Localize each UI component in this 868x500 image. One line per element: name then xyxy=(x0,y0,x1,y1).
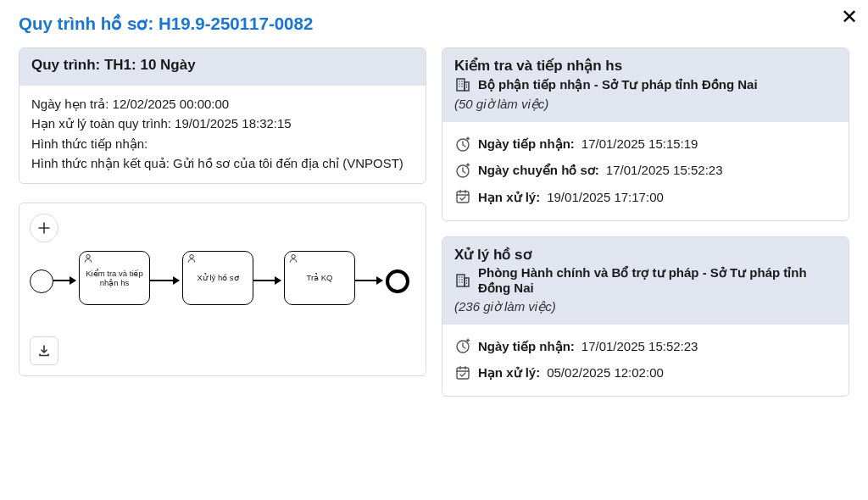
receipt-method-row: Hình thức tiếp nhận: xyxy=(31,134,414,153)
case-number: H19.9-250117-0082 xyxy=(159,14,313,33)
info-value: 17/01/2025 15:15:19 xyxy=(581,134,698,153)
deadline-row: Hạn xử lý toàn quy trình: 19/01/2025 18:… xyxy=(31,114,414,133)
user-icon xyxy=(186,253,197,264)
info-label: Hạn xử lý: xyxy=(478,363,540,382)
clock-plus-icon xyxy=(454,162,471,179)
info-label: Ngày tiếp nhận: xyxy=(478,336,575,356)
bpmn-arrow xyxy=(355,280,382,281)
step-header: Xử lý hồ sơPhòng Hành chính và Bổ trợ tư… xyxy=(442,237,849,325)
bpmn-task-label: Kiểm tra và tiếp nhận hs xyxy=(83,269,146,288)
info-label: Ngày tiếp nhận: xyxy=(478,134,575,153)
return-date-row: Ngày hẹn trả: 12/02/2025 00:00:00 xyxy=(31,94,414,114)
step-info-row: Hạn xử lý: 19/01/2025 17:17:00 xyxy=(454,184,837,210)
svg-rect-3 xyxy=(457,79,465,91)
step-hours: (236 giờ làm việc) xyxy=(454,299,837,314)
step-title: Xử lý hồ sơ xyxy=(454,246,837,264)
bpmn-start-event xyxy=(30,269,53,293)
svg-rect-11 xyxy=(457,368,469,379)
building-icon xyxy=(454,272,471,289)
user-icon xyxy=(288,253,298,264)
bpmn-end-event xyxy=(386,269,409,293)
calendar-check-icon xyxy=(454,364,471,381)
bpmn-task-3: Trả KQ xyxy=(284,251,355,305)
svg-rect-4 xyxy=(465,82,469,91)
svg-point-1 xyxy=(190,255,194,259)
user-icon xyxy=(83,253,93,264)
step-hours: (50 giờ làm việc) xyxy=(454,97,837,112)
bpmn-arrow xyxy=(150,280,179,281)
download-icon xyxy=(37,344,51,358)
info-label: Hạn xử lý: xyxy=(478,187,540,207)
info-value: 17/01/2025 15:52:23 xyxy=(581,336,698,356)
clock-plus-icon xyxy=(454,337,471,354)
svg-point-2 xyxy=(292,255,296,259)
dialog-container: Quy trình hồ sơ: H19.9-250117-0082 Quy t… xyxy=(0,0,868,410)
svg-point-0 xyxy=(86,255,91,259)
step-info-row: Ngày tiếp nhận: 17/01/2025 15:52:23 xyxy=(454,333,837,359)
steps-list: Kiểm tra và tiếp nhận hsBộ phận tiếp nhậ… xyxy=(442,47,849,397)
clock-plus-icon xyxy=(454,136,471,153)
step-title: Kiểm tra và tiếp nhận hs xyxy=(454,57,837,75)
info-value: 19/01/2025 17:17:00 xyxy=(547,187,664,207)
bpmn-arrow xyxy=(253,280,281,281)
result-method-row: Hình thức nhận kết quả: Gửi hồ sơ của tô… xyxy=(31,153,414,173)
bpmn-diagram: Kiểm tra và tiếp nhận hs Xử lý hồ sơ Trả… xyxy=(30,251,415,319)
bpmn-task-2: Xử lý hồ sơ xyxy=(182,251,253,305)
svg-rect-8 xyxy=(457,275,465,286)
step-body: Ngày tiếp nhận: 17/01/2025 15:52:23Hạn x… xyxy=(442,325,849,397)
info-value: 17/01/2025 15:52:23 xyxy=(606,160,723,180)
step-body: Ngày tiếp nhận: 17/01/2025 15:15:19Ngày … xyxy=(442,122,849,220)
download-button[interactable] xyxy=(30,336,58,365)
step-department: Bộ phận tiếp nhận - Sở Tư pháp tỉnh Đồng… xyxy=(454,76,837,93)
building-icon xyxy=(454,76,471,93)
bpmn-task-label: Trả KQ xyxy=(307,273,333,282)
close-icon[interactable]: ✕ xyxy=(841,7,858,27)
info-label: Ngày chuyển hồ sơ: xyxy=(478,160,599,180)
step-info-row: Ngày tiếp nhận: 17/01/2025 15:15:19 xyxy=(454,131,837,157)
page-title: Quy trình hồ sơ: H19.9-250117-0082 xyxy=(19,14,849,34)
step-panel: Xử lý hồ sơPhòng Hành chính và Bổ trợ tư… xyxy=(442,236,849,397)
svg-rect-7 xyxy=(457,192,469,203)
info-value: 05/02/2025 12:02:00 xyxy=(547,363,664,382)
bpmn-task-1: Kiểm tra và tiếp nhận hs xyxy=(79,251,150,305)
step-header: Kiểm tra và tiếp nhận hsBộ phận tiếp nhậ… xyxy=(442,48,849,122)
process-summary-panel: Quy trình: TH1: 10 Ngày Ngày hẹn trả: 12… xyxy=(19,47,426,184)
title-prefix: Quy trình hồ sơ: xyxy=(19,14,159,33)
process-header: Quy trình: TH1: 10 Ngày xyxy=(31,57,414,74)
calendar-check-icon xyxy=(454,188,471,205)
bpmn-arrow xyxy=(53,280,75,281)
step-panel: Kiểm tra và tiếp nhận hsBộ phận tiếp nhậ… xyxy=(442,47,849,221)
step-info-row: Hạn xử lý: 05/02/2025 12:02:00 xyxy=(454,359,837,386)
zoom-in-button[interactable] xyxy=(30,214,58,242)
step-department: Phòng Hành chính và Bổ trợ tư pháp - Sở … xyxy=(454,265,837,296)
plus-icon xyxy=(37,221,51,235)
step-info-row: Ngày chuyển hồ sơ: 17/01/2025 15:52:23 xyxy=(454,157,837,183)
bpmn-task-label: Xử lý hồ sơ xyxy=(197,273,238,282)
svg-rect-9 xyxy=(465,278,469,286)
bpmn-diagram-panel: Kiểm tra và tiếp nhận hs Xử lý hồ sơ Trả… xyxy=(19,203,426,376)
